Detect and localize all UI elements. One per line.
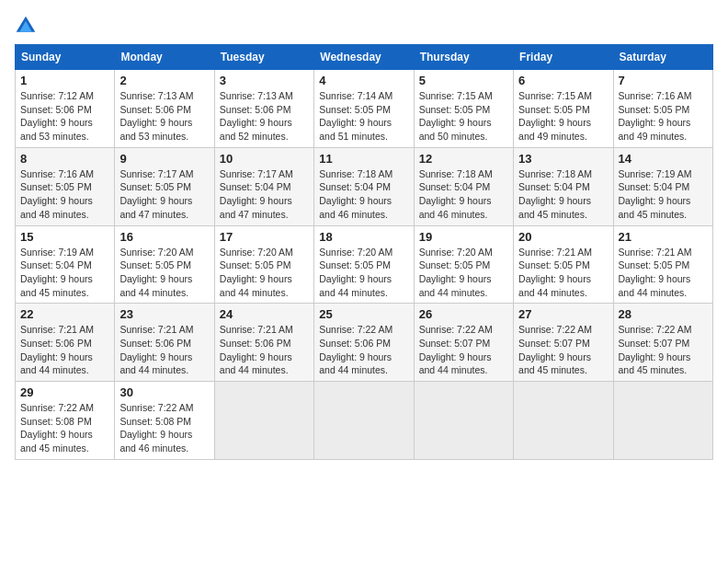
day-info: Sunrise: 7:22 AMSunset: 5:08 PMDaylight:… [119,401,209,455]
day-number: 13 [518,152,608,166]
calendar-cell [613,382,712,460]
day-info: Sunrise: 7:14 AMSunset: 5:05 PMDaylight:… [319,89,408,144]
day-info: Sunrise: 7:13 AMSunset: 5:06 PMDaylight:… [220,89,309,144]
day-info: Sunrise: 7:22 AMSunset: 5:08 PMDaylight:… [20,401,109,455]
calendar-cell: 14Sunrise: 7:19 AMSunset: 5:04 PMDayligh… [613,147,712,225]
day-number: 22 [20,307,109,321]
day-info: Sunrise: 7:22 AMSunset: 5:06 PMDaylight:… [319,323,408,377]
day-number: 4 [319,74,408,87]
day-number: 29 [20,385,109,399]
day-info: Sunrise: 7:19 AMSunset: 5:04 PMDaylight:… [20,246,109,300]
day-number: 19 [419,230,508,244]
weekday-header-monday: Monday [115,45,214,70]
day-info: Sunrise: 7:22 AMSunset: 5:07 PMDaylight:… [518,323,608,377]
day-info: Sunrise: 7:21 AMSunset: 5:05 PMDaylight:… [619,246,708,300]
calendar-week-row: 15Sunrise: 7:19 AMSunset: 5:04 PMDayligh… [16,225,713,304]
calendar-cell: 10Sunrise: 7:17 AMSunset: 5:04 PMDayligh… [214,147,313,225]
day-info: Sunrise: 7:12 AMSunset: 5:06 PMDaylight:… [20,89,109,144]
calendar-cell: 19Sunrise: 7:20 AMSunset: 5:05 PMDayligh… [414,225,513,304]
day-number: 14 [619,152,708,166]
calendar-cell: 26Sunrise: 7:22 AMSunset: 5:07 PMDayligh… [414,304,513,382]
calendar-cell: 17Sunrise: 7:20 AMSunset: 5:05 PMDayligh… [214,225,313,304]
day-info: Sunrise: 7:21 AMSunset: 5:06 PMDaylight:… [20,323,109,377]
day-info: Sunrise: 7:20 AMSunset: 5:05 PMDaylight:… [319,246,408,300]
calendar-table: SundayMondayTuesdayWednesdayThursdayFrid… [15,44,713,460]
day-number: 21 [619,230,708,244]
day-number: 17 [220,230,309,244]
day-number: 27 [518,307,608,321]
day-info: Sunrise: 7:17 AMSunset: 5:04 PMDaylight:… [220,167,309,222]
calendar-cell: 15Sunrise: 7:19 AMSunset: 5:04 PMDayligh… [16,225,115,304]
logo [15,15,40,37]
day-info: Sunrise: 7:22 AMSunset: 5:07 PMDaylight:… [419,323,508,377]
day-number: 16 [119,230,209,244]
calendar-week-row: 1Sunrise: 7:12 AMSunset: 5:06 PMDaylight… [16,70,713,148]
day-info: Sunrise: 7:13 AMSunset: 5:06 PMDaylight:… [119,89,209,144]
day-info: Sunrise: 7:18 AMSunset: 5:04 PMDaylight:… [419,167,508,222]
calendar-week-row: 22Sunrise: 7:21 AMSunset: 5:06 PMDayligh… [16,304,713,382]
calendar-cell: 18Sunrise: 7:20 AMSunset: 5:05 PMDayligh… [314,225,414,304]
day-number: 1 [20,74,109,87]
calendar-week-row: 29Sunrise: 7:22 AMSunset: 5:08 PMDayligh… [16,382,713,460]
day-number: 30 [119,385,209,399]
day-number: 8 [20,152,109,166]
calendar-cell: 12Sunrise: 7:18 AMSunset: 5:04 PMDayligh… [414,147,513,225]
calendar-cell [314,382,414,460]
calendar-cell: 23Sunrise: 7:21 AMSunset: 5:06 PMDayligh… [115,304,214,382]
calendar-cell: 20Sunrise: 7:21 AMSunset: 5:05 PMDayligh… [514,225,613,304]
calendar-cell: 3Sunrise: 7:13 AMSunset: 5:06 PMDaylight… [214,70,313,148]
day-number: 11 [319,152,408,166]
day-number: 26 [419,307,508,321]
weekday-header-row: SundayMondayTuesdayWednesdayThursdayFrid… [16,45,713,70]
day-info: Sunrise: 7:20 AMSunset: 5:05 PMDaylight:… [119,246,209,300]
day-number: 24 [220,307,309,321]
day-info: Sunrise: 7:19 AMSunset: 5:04 PMDaylight:… [619,167,708,222]
day-info: Sunrise: 7:20 AMSunset: 5:05 PMDaylight:… [419,246,508,300]
day-info: Sunrise: 7:15 AMSunset: 5:05 PMDaylight:… [518,89,608,144]
day-info: Sunrise: 7:21 AMSunset: 5:05 PMDaylight:… [518,246,608,300]
calendar-week-row: 8Sunrise: 7:16 AMSunset: 5:05 PMDaylight… [16,147,713,225]
calendar-cell: 16Sunrise: 7:20 AMSunset: 5:05 PMDayligh… [115,225,214,304]
calendar-cell: 8Sunrise: 7:16 AMSunset: 5:05 PMDaylight… [16,147,115,225]
day-info: Sunrise: 7:22 AMSunset: 5:07 PMDaylight:… [619,323,708,377]
day-number: 28 [619,307,708,321]
day-number: 3 [220,74,309,87]
calendar-cell: 25Sunrise: 7:22 AMSunset: 5:06 PMDayligh… [314,304,414,382]
calendar-cell: 5Sunrise: 7:15 AMSunset: 5:05 PMDaylight… [414,70,513,148]
day-info: Sunrise: 7:20 AMSunset: 5:05 PMDaylight:… [220,246,309,300]
calendar-cell: 13Sunrise: 7:18 AMSunset: 5:04 PMDayligh… [514,147,613,225]
calendar-cell: 27Sunrise: 7:22 AMSunset: 5:07 PMDayligh… [514,304,613,382]
calendar-cell: 24Sunrise: 7:21 AMSunset: 5:06 PMDayligh… [214,304,313,382]
day-info: Sunrise: 7:21 AMSunset: 5:06 PMDaylight:… [119,323,209,377]
header [15,15,713,37]
day-info: Sunrise: 7:16 AMSunset: 5:05 PMDaylight:… [619,89,708,144]
day-info: Sunrise: 7:18 AMSunset: 5:04 PMDaylight:… [518,167,608,222]
day-number: 2 [119,74,209,87]
day-info: Sunrise: 7:16 AMSunset: 5:05 PMDaylight:… [20,167,109,222]
day-info: Sunrise: 7:15 AMSunset: 5:05 PMDaylight:… [419,89,508,144]
weekday-header-tuesday: Tuesday [214,45,313,70]
day-number: 6 [518,74,608,87]
calendar-cell: 21Sunrise: 7:21 AMSunset: 5:05 PMDayligh… [613,225,712,304]
calendar-cell [214,382,313,460]
calendar-cell: 6Sunrise: 7:15 AMSunset: 5:05 PMDaylight… [514,70,613,148]
day-info: Sunrise: 7:18 AMSunset: 5:04 PMDaylight:… [319,167,408,222]
calendar-cell: 28Sunrise: 7:22 AMSunset: 5:07 PMDayligh… [613,304,712,382]
calendar-cell: 22Sunrise: 7:21 AMSunset: 5:06 PMDayligh… [16,304,115,382]
day-number: 18 [319,230,408,244]
day-number: 12 [419,152,508,166]
day-number: 7 [619,74,708,87]
logo-icon [15,15,37,37]
calendar-cell: 11Sunrise: 7:18 AMSunset: 5:04 PMDayligh… [314,147,414,225]
weekday-header-wednesday: Wednesday [314,45,414,70]
weekday-header-friday: Friday [514,45,613,70]
calendar-cell: 4Sunrise: 7:14 AMSunset: 5:05 PMDaylight… [314,70,414,148]
day-number: 5 [419,74,508,87]
day-number: 23 [119,307,209,321]
day-number: 10 [220,152,309,166]
calendar-cell [414,382,513,460]
calendar-cell: 29Sunrise: 7:22 AMSunset: 5:08 PMDayligh… [16,382,115,460]
calendar-cell: 9Sunrise: 7:17 AMSunset: 5:05 PMDaylight… [115,147,214,225]
day-number: 20 [518,230,608,244]
calendar-cell: 1Sunrise: 7:12 AMSunset: 5:06 PMDaylight… [16,70,115,148]
